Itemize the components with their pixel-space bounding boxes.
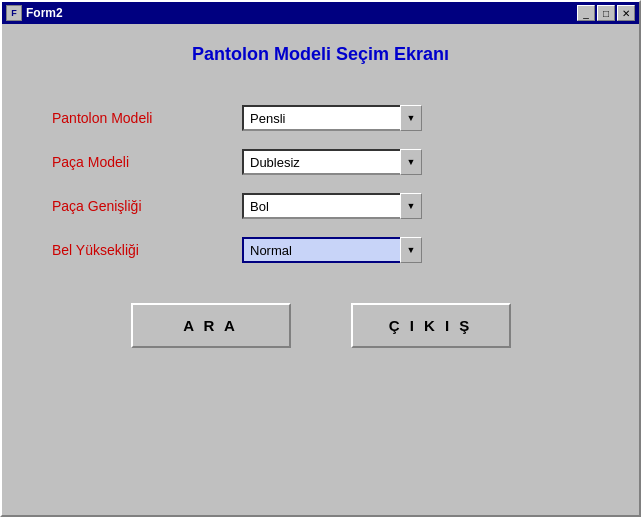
- search-button[interactable]: A R A: [131, 303, 291, 348]
- title-bar-left: F Form2: [6, 5, 63, 21]
- paca-modeli-wrapper: Dublesiz Dubleli ▼: [242, 149, 422, 175]
- window: F Form2 _ □ ✕ Pantolon Modeli Seçim Ekra…: [0, 0, 641, 517]
- page-title: Pantolon Modeli Seçim Ekranı: [192, 44, 449, 65]
- form-area: Pantolon Modeli Pensli Düz ▼ Paça Modeli…: [52, 105, 609, 263]
- paca-modeli-select[interactable]: Dublesiz Dubleli: [242, 149, 422, 175]
- paca-genisligi-wrapper: Bol Normal Dar ▼: [242, 193, 422, 219]
- window-title: Form2: [26, 6, 63, 20]
- bel-yuksekligi-wrapper: Normal Yüksek Alçak ▼: [242, 237, 422, 263]
- paca-genisligi-row: Paça Genişliği Bol Normal Dar ▼: [52, 193, 609, 219]
- pantolon-modeli-label: Pantolon Modeli: [52, 110, 212, 126]
- close-button[interactable]: ✕: [617, 5, 635, 21]
- paca-genisligi-label: Paça Genişliği: [52, 198, 212, 214]
- content-area: Pantolon Modeli Seçim Ekranı Pantolon Mo…: [2, 24, 639, 515]
- paca-modeli-label: Paça Modeli: [52, 154, 212, 170]
- pantolon-modeli-select[interactable]: Pensli Düz: [242, 105, 422, 131]
- maximize-button[interactable]: □: [597, 5, 615, 21]
- pantolon-modeli-wrapper: Pensli Düz ▼: [242, 105, 422, 131]
- bel-yuksekligi-label: Bel Yüksekliği: [52, 242, 212, 258]
- minimize-button[interactable]: _: [577, 5, 595, 21]
- bel-yuksekligi-select[interactable]: Normal Yüksek Alçak: [242, 237, 422, 263]
- window-icon: F: [6, 5, 22, 21]
- title-bar: F Form2 _ □ ✕: [2, 2, 639, 24]
- buttons-row: A R A Ç I K I Ş: [42, 303, 599, 348]
- pantolon-modeli-row: Pantolon Modeli Pensli Düz ▼: [52, 105, 609, 131]
- paca-modeli-row: Paça Modeli Dublesiz Dubleli ▼: [52, 149, 609, 175]
- bel-yuksekligi-row: Bel Yüksekliği Normal Yüksek Alçak ▼: [52, 237, 609, 263]
- exit-button[interactable]: Ç I K I Ş: [351, 303, 511, 348]
- paca-genisligi-select[interactable]: Bol Normal Dar: [242, 193, 422, 219]
- title-bar-buttons: _ □ ✕: [577, 5, 635, 21]
